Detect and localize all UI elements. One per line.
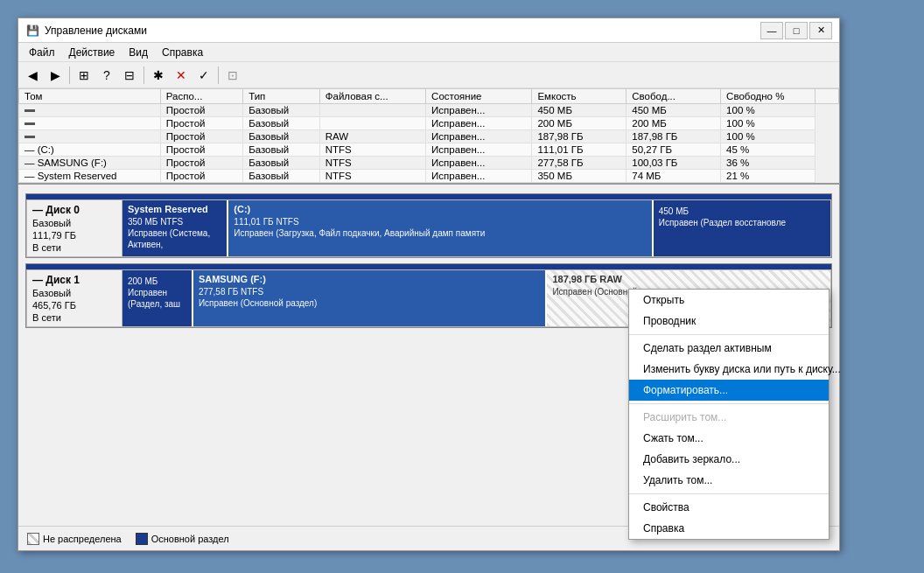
table-cell: 200 МБ — [626, 117, 721, 130]
table-cell — [19, 130, 161, 143]
disk-table-container[interactable]: Том Распо... Тип Файловая с... Состояние… — [18, 88, 839, 185]
table-cell: 277,58 ГБ — [532, 157, 626, 170]
col-free[interactable]: Свобод... — [626, 89, 721, 104]
maximize-button[interactable]: □ — [785, 22, 808, 39]
table-cell: Простой — [160, 157, 242, 170]
col-extra — [815, 89, 838, 104]
table-cell: — SAMSUNG (F:) — [19, 157, 161, 170]
toolbar-sep-1 — [69, 66, 70, 84]
menu-view[interactable]: Вид — [122, 45, 155, 60]
disk1-part-1[interactable]: 200 МБ Исправен (Раздел, заш — [122, 270, 193, 326]
table-cell: 111,01 ГБ — [532, 143, 626, 157]
window-title: Управление дисками — [45, 24, 760, 37]
context-menu-separator — [629, 334, 829, 335]
back-button[interactable]: ◀ — [22, 65, 43, 86]
toolbar-btn-extra: ⊡ — [222, 65, 243, 86]
table-row[interactable]: ПростойБазовыйИсправен...200 МБ200 МБ100… — [19, 117, 839, 130]
context-menu-item[interactable]: Добавить зеркало... — [629, 449, 829, 470]
disk1-status: В сети — [32, 312, 116, 323]
col-state[interactable]: Состояние — [426, 89, 532, 104]
context-menu-item[interactable]: Сделать раздел активным — [629, 338, 829, 359]
toolbar-btn-grid[interactable]: ⊞ — [74, 65, 94, 86]
table-cell: 50,27 ГБ — [626, 143, 721, 157]
context-menu-item[interactable]: Удалить том... — [629, 470, 829, 491]
disk0-part-recovery[interactable]: 450 МБ Исправен (Раздел восстановле — [654, 200, 830, 256]
disk1-part-1-fs: 200 МБ — [128, 276, 186, 287]
disk0-type: Базовый — [32, 218, 116, 228]
disk0-part-sysres[interactable]: System Reserved 350 МБ NTFS Исправен (Си… — [122, 200, 228, 256]
table-cell: Исправен... — [426, 104, 532, 117]
table-row[interactable]: ПростойБазовыйRAWИсправен...187,98 ГБ187… — [19, 130, 839, 143]
window-controls: — □ ✕ — [760, 22, 832, 39]
disk0-partitions: System Reserved 350 МБ NTFS Исправен (Си… — [122, 199, 831, 257]
minimize-button[interactable]: — — [760, 22, 783, 39]
close-button[interactable]: ✕ — [809, 22, 832, 39]
col-cap[interactable]: Емкость — [532, 89, 626, 104]
disk1-part-raw-name: 187,98 ГБ RAW — [552, 274, 825, 284]
table-cell — [19, 104, 161, 117]
table-cell: Исправен... — [426, 170, 532, 183]
toolbar-btn-star[interactable]: ✱ — [148, 65, 169, 86]
context-menu-item[interactable]: Справка — [629, 518, 829, 539]
table-cell: Базовый — [243, 157, 320, 170]
table-cell: NTFS — [319, 170, 425, 183]
table-row[interactable]: — (C:)ПростойБазовыйNTFSИсправен...111,0… — [19, 143, 839, 157]
disk0-part-c-fs: 111,01 ГБ NTFS — [234, 216, 646, 227]
table-cell: Базовый — [243, 104, 320, 117]
table-row[interactable]: — SAMSUNG (F:)ПростойБазовыйNTFSИсправен… — [19, 157, 839, 170]
legend-primary-label: Основной раздел — [151, 534, 229, 544]
col-tom[interactable]: Том — [19, 89, 161, 104]
disk1-size: 465,76 ГБ — [32, 300, 116, 311]
col-rasp[interactable]: Распо... — [160, 89, 242, 104]
table-cell: 100 % — [721, 130, 816, 143]
table-cell: Простой — [160, 117, 242, 130]
context-menu-item[interactable]: Сжать том... — [629, 428, 829, 449]
legend-unallocated: Не распределена — [27, 533, 122, 545]
disk0-part-c[interactable]: (C:) 111,01 ГБ NTFS Исправен (Загрузка, … — [228, 200, 653, 256]
context-menu-item[interactable]: Форматировать... — [629, 380, 829, 401]
table-row[interactable]: — System ReservedПростойБазовыйNTFSИспра… — [19, 170, 839, 183]
col-freep[interactable]: Свободно % — [721, 89, 816, 104]
disk1-part-samsung-info: Исправен (Основной раздел) — [199, 297, 541, 309]
disk1-part-samsung-name: SAMSUNG (F:) — [199, 274, 541, 284]
menu-file[interactable]: Файл — [22, 45, 62, 60]
disk-table: Том Распо... Тип Файловая с... Состояние… — [18, 88, 839, 183]
legend-unallocated-label: Не распределена — [43, 534, 122, 544]
col-tip[interactable]: Тип — [243, 89, 320, 104]
toolbar-btn-check[interactable]: ✓ — [193, 65, 214, 86]
disk1-part-samsung-fs: 277,58 ГБ NTFS — [199, 286, 541, 297]
table-cell: 100 % — [721, 117, 816, 130]
disk0-status: В сети — [32, 242, 116, 253]
table-cell: 100,03 ГБ — [626, 157, 721, 170]
disk0-section: — Диск 0 Базовый 111,79 ГБ В сети System… — [25, 193, 832, 258]
context-menu: ОткрытьПроводникСделать раздел активнымИ… — [628, 289, 830, 540]
context-menu-item[interactable]: Свойства — [629, 497, 829, 518]
legend-primary-box — [136, 533, 148, 545]
menu-action[interactable]: Действие — [62, 45, 122, 60]
table-cell: Исправен... — [426, 157, 532, 170]
table-row[interactable]: ПростойБазовыйИсправен...450 МБ450 МБ100… — [19, 104, 839, 117]
legend-unallocated-box — [27, 533, 39, 545]
toolbar-btn-minus[interactable]: ⊟ — [119, 65, 140, 86]
menu-help[interactable]: Справка — [155, 45, 210, 60]
col-fs[interactable]: Файловая с... — [319, 89, 425, 104]
table-cell: 100 % — [721, 104, 816, 117]
context-menu-item[interactable]: Изменить букву диска или путь к диску... — [629, 359, 829, 380]
context-menu-item[interactable]: Открыть — [629, 290, 829, 311]
disk1-part-samsung[interactable]: SAMSUNG (F:) 277,58 ГБ NTFS Исправен (Ос… — [193, 270, 548, 326]
disk0-part-sysres-info: Исправен (Система, Активен, — [128, 227, 221, 250]
disk1-name: — Диск 1 — [32, 274, 116, 286]
toolbar-btn-help[interactable]: ? — [96, 65, 117, 86]
table-cell: — System Reserved — [19, 170, 161, 183]
disk0-name: — Диск 0 — [32, 204, 116, 216]
table-cell: Простой — [160, 170, 242, 183]
disk1-type: Базовый — [32, 288, 116, 298]
table-cell — [19, 117, 161, 130]
table-cell: Исправен... — [426, 143, 532, 157]
context-menu-item[interactable]: Проводник — [629, 311, 829, 332]
table-cell: Базовый — [243, 130, 320, 143]
toolbar-btn-delete[interactable]: ✕ — [171, 65, 192, 86]
forward-button[interactable]: ▶ — [45, 65, 66, 86]
disk1-label: — Диск 1 Базовый 465,76 ГБ В сети — [26, 269, 122, 327]
table-cell: 187,98 ГБ — [532, 130, 626, 143]
